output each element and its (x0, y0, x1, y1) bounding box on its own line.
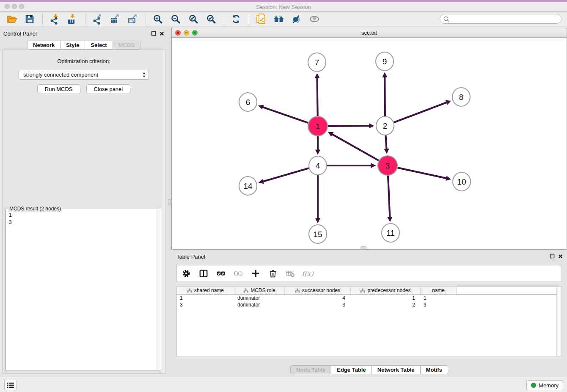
network-window-titlebar[interactable]: scc.txt (172, 28, 567, 38)
table-cell[interactable]: 3 (421, 301, 457, 308)
node-6[interactable]: 6 (239, 93, 257, 111)
edge-3-10[interactable] (397, 168, 446, 178)
node-4[interactable]: 4 (309, 156, 327, 175)
hierarchy-icon (187, 288, 192, 293)
table-cell[interactable]: dominator (234, 301, 285, 308)
result-scrollbar[interactable] (156, 209, 161, 370)
edge-2-8[interactable] (394, 102, 447, 122)
column-header-MCDS-role[interactable]: MCDS role (234, 287, 285, 294)
select-all-button[interactable] (216, 268, 226, 279)
mcds-result-list: 13 (6, 209, 161, 226)
node-1[interactable]: 1 (308, 116, 328, 136)
tab-network[interactable]: Network (27, 41, 60, 50)
column-header-successor-nodes[interactable]: successor nodes (285, 287, 351, 294)
save-session-button[interactable] (22, 13, 37, 25)
delete-table-icon (286, 269, 295, 278)
svg-text:7: 7 (315, 58, 319, 67)
panel-splitter-grip-left[interactable] (168, 199, 171, 205)
zoom-out-button[interactable] (168, 13, 183, 25)
table-cell[interactable]: 1 (421, 295, 457, 301)
tab-motifs[interactable]: Motifs (420, 365, 448, 374)
close-panel-icon[interactable] (160, 31, 164, 36)
tab-edge-table[interactable]: Edge Table (331, 365, 371, 374)
network-close-icon[interactable] (175, 30, 181, 36)
close-panel-icon[interactable] (558, 254, 563, 259)
tab-node-table[interactable]: Node Table (290, 365, 331, 374)
table-settings-button[interactable] (181, 268, 191, 279)
tab-network-table[interactable]: Network Table (372, 365, 420, 374)
add-column-button[interactable] (250, 268, 261, 279)
edge-4-14[interactable] (263, 168, 309, 182)
close-panel-button[interactable]: Close panel (86, 84, 131, 94)
edge-1-2[interactable] (328, 126, 369, 126)
tab-select[interactable]: Select (85, 41, 112, 50)
toolbar-separator (249, 14, 249, 25)
edge-2-9[interactable] (385, 77, 385, 116)
edge-2-3[interactable] (385, 135, 386, 149)
delete-column-button[interactable] (268, 268, 278, 279)
search-input[interactable] (451, 16, 558, 22)
table-cell[interactable]: 1 (351, 295, 421, 301)
task-list-icon (7, 382, 14, 388)
panel-splitter-grip-bottom[interactable] (361, 246, 366, 249)
float-panel-icon[interactable] (550, 254, 555, 259)
hierarchy-icon (243, 288, 248, 293)
node-9[interactable]: 9 (376, 52, 394, 71)
task-history-button[interactable] (4, 380, 17, 390)
node-8[interactable]: 8 (452, 88, 470, 106)
new-network-file-button[interactable] (253, 13, 269, 25)
float-panel-icon[interactable] (151, 31, 156, 36)
memory-button[interactable]: Memory (526, 380, 563, 390)
search-box[interactable] (440, 14, 561, 24)
table-scrollbar[interactable] (556, 287, 561, 356)
column-header-shared-name[interactable]: shared name (177, 287, 234, 294)
criterion-dropdown[interactable]: strongly connected component (19, 70, 149, 80)
node-15[interactable]: 15 (309, 225, 327, 243)
network-canvas[interactable]: 7968124314101511 (172, 38, 567, 249)
tab-mcds[interactable]: MCDS (113, 41, 140, 50)
node-3[interactable]: 3 (378, 156, 397, 175)
import-table-button[interactable] (65, 13, 80, 25)
node-7[interactable]: 7 (308, 53, 326, 72)
zoom-in-button[interactable] (150, 13, 165, 25)
column-header-name[interactable]: name (421, 287, 457, 294)
node-2[interactable]: 2 (376, 116, 394, 135)
edge-3-11[interactable] (388, 176, 390, 217)
zoom-fit-button[interactable] (186, 13, 201, 25)
svg-text:6: 6 (246, 98, 250, 107)
table-cell[interactable]: dominator (234, 295, 285, 301)
node-11[interactable]: 11 (382, 224, 399, 242)
edge-3-1[interactable] (332, 134, 379, 160)
node-table: shared nameMCDS rolesuccessor nodesprede… (176, 286, 562, 357)
column-header-predecessor-nodes[interactable]: predecessor nodes (351, 287, 421, 294)
export-image-button[interactable] (125, 13, 140, 25)
home-layout-button[interactable] (271, 13, 286, 25)
svg-text:15: 15 (313, 230, 322, 239)
export-table-button[interactable] (107, 13, 123, 25)
export-network-button[interactable] (90, 13, 105, 25)
table-cell[interactable]: 2 (351, 301, 421, 308)
table-cell[interactable]: 3 (177, 301, 234, 308)
zoom-selected-button[interactable] (204, 13, 219, 25)
node-14[interactable]: 14 (239, 177, 257, 195)
table-cell[interactable]: 3 (285, 301, 351, 308)
table-cell[interactable]: 4 (285, 295, 351, 301)
birds-eye-view-button[interactable] (307, 13, 322, 25)
network-maximize-icon[interactable] (192, 30, 198, 36)
table-row[interactable]: 3dominator323 (177, 301, 561, 308)
import-network-button[interactable] (47, 13, 62, 25)
table-row[interactable]: 1dominator411 (177, 295, 561, 301)
hide-details-button[interactable] (289, 13, 304, 25)
edge-1-6[interactable] (263, 107, 308, 123)
column-header-filler (457, 287, 561, 294)
tab-style[interactable]: Style (60, 41, 85, 50)
edge-1-7[interactable] (317, 78, 317, 116)
refresh-layout-button[interactable] (228, 13, 244, 25)
network-minimize-icon[interactable] (184, 30, 189, 36)
deselect-all-button[interactable] (233, 268, 243, 279)
open-session-button[interactable] (4, 13, 19, 25)
split-columns-button[interactable] (198, 268, 209, 279)
table-cell[interactable]: 1 (177, 295, 234, 301)
node-10[interactable]: 10 (453, 172, 471, 191)
run-mcds-button[interactable]: Run MCDS (37, 84, 80, 94)
